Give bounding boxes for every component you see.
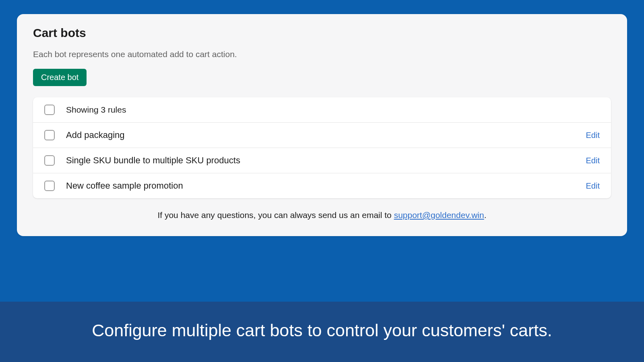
edit-link[interactable]: Edit	[586, 156, 600, 165]
create-bot-button[interactable]: Create bot	[33, 69, 87, 86]
page-title: Cart bots	[33, 26, 611, 40]
bot-row-title: Add packaging	[66, 130, 586, 140]
page-description: Each bot represents one automated add to…	[33, 49, 611, 59]
footer-prefix: If you have any questions, you can alway…	[157, 210, 394, 220]
select-all-checkbox[interactable]	[44, 105, 55, 115]
bot-list-row: New coffee sample promotion Edit	[33, 173, 611, 198]
promo-banner-text: Configure multiple cart bots to control …	[92, 321, 552, 340]
bot-list-header: Showing 3 rules	[33, 97, 611, 123]
row-checkbox[interactable]	[44, 155, 55, 166]
bot-list-header-text: Showing 3 rules	[66, 105, 126, 115]
promo-banner: Configure multiple cart bots to control …	[0, 302, 644, 362]
bot-row-title: New coffee sample promotion	[66, 181, 586, 191]
footer-suffix: .	[484, 210, 487, 220]
edit-link[interactable]: Edit	[586, 131, 600, 140]
support-email-link[interactable]: support@goldendev.win	[394, 210, 484, 220]
edit-link[interactable]: Edit	[586, 181, 600, 191]
main-card: Cart bots Each bot represents one automa…	[17, 14, 627, 236]
bot-list-row: Add packaging Edit	[33, 123, 611, 148]
bot-list-row: Single SKU bundle to multiple SKU produc…	[33, 148, 611, 173]
row-checkbox[interactable]	[44, 181, 55, 191]
footer-help-text: If you have any questions, you can alway…	[33, 210, 611, 220]
bot-row-title: Single SKU bundle to multiple SKU produc…	[66, 155, 586, 166]
bot-list: Showing 3 rules Add packaging Edit Singl…	[33, 97, 611, 198]
row-checkbox[interactable]	[44, 130, 55, 140]
